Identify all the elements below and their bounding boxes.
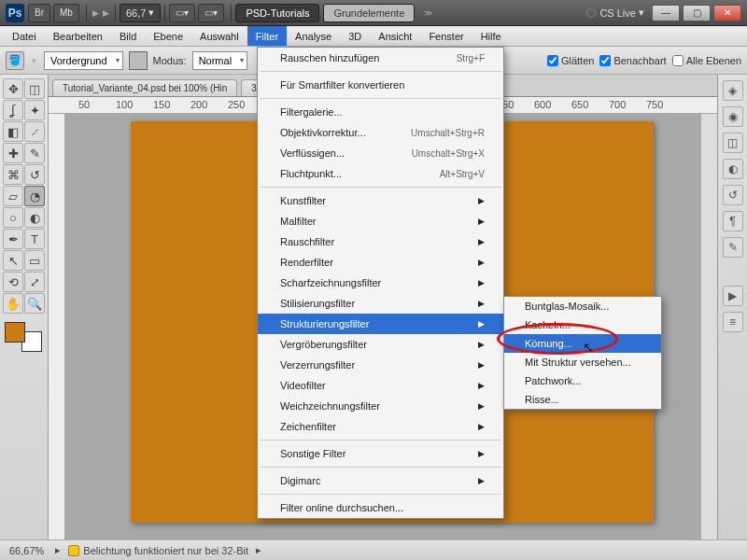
layers-panel-icon[interactable]: ◈	[723, 80, 743, 101]
menu-datei[interactable]: Datei	[4, 26, 45, 46]
submenu-buntglas[interactable]: Buntglas-Mosaik...	[504, 297, 661, 315]
menu-ansicht[interactable]: Ansicht	[370, 26, 420, 46]
submenu-kacheln[interactable]: Kacheln...	[504, 315, 661, 334]
menu-item-other[interactable]: Sonstige Filter▶	[258, 443, 503, 464]
type-tool[interactable]: T	[24, 229, 45, 249]
paths-panel-icon[interactable]: ◫	[723, 133, 743, 153]
bucket-tool-icon[interactable]: 🪣	[6, 51, 24, 70]
bucket-tool[interactable]: ◔	[24, 186, 45, 206]
window-minimize[interactable]: —	[652, 5, 680, 21]
lasso-tool[interactable]: ʆ	[3, 100, 23, 120]
pen-tool[interactable]: ✒	[3, 229, 23, 249]
menu-ebene[interactable]: Ebene	[145, 26, 191, 46]
marquee-tool[interactable]: ◫	[24, 78, 45, 99]
screen-mode-button[interactable]: ▭▾	[198, 4, 224, 22]
menu-bearbeiten[interactable]: Bearbeiten	[45, 26, 111, 46]
submenu-patchwork[interactable]: Patchwork...	[504, 371, 661, 390]
menu-item-texture[interactable]: Strukturierungsfilter▶	[258, 314, 503, 334]
color-swatches[interactable]	[3, 320, 44, 354]
status-zoom[interactable]: 66,67%	[6, 545, 48, 556]
menu-item-last-filter[interactable]: Rauschen hinzufügenStrg+F	[258, 48, 503, 68]
menu-item-sharpen[interactable]: Scharfzeichnungsfilter▶	[258, 273, 503, 293]
3d-tool[interactable]: ⟲	[3, 272, 23, 292]
menu-analyse[interactable]: Analyse	[287, 26, 340, 46]
scrollbar-vertical[interactable]	[700, 114, 717, 539]
adjustments-panel-icon[interactable]: ◐	[723, 159, 743, 179]
character-panel-icon[interactable]: ¶	[723, 211, 743, 231]
info-panel-icon[interactable]: ≡	[723, 312, 743, 332]
window-close[interactable]: ✕	[713, 5, 741, 21]
menu-item-pixelate[interactable]: Vergröberungsfilter▶	[258, 334, 503, 355]
mode-label: Modus:	[153, 55, 187, 66]
menu-item-distort[interactable]: Verzerrungsfilter▶	[258, 355, 503, 375]
window-maximize[interactable]: ▢	[683, 5, 711, 21]
menu-item-digimarc[interactable]: Digimarc▶	[258, 470, 503, 491]
status-bar: 66,67% ▸ Belichtung funktioniert nur bei…	[0, 539, 747, 560]
hand-tool[interactable]: ✋	[3, 293, 23, 314]
stamp-tool[interactable]: ⌘	[3, 164, 23, 185]
move-tool[interactable]: ✥	[3, 78, 23, 99]
menu-item-online[interactable]: Filter online durchsuchen...	[258, 497, 503, 518]
warning-icon	[68, 545, 79, 556]
zoom-tool[interactable]: 🔍	[24, 293, 45, 314]
wand-tool[interactable]: ✦	[24, 100, 45, 120]
history-panel-icon[interactable]: ↺	[723, 185, 743, 205]
path-tool[interactable]: ↖	[3, 250, 23, 271]
eraser-tool[interactable]: ▱	[3, 186, 23, 206]
menu-item-video[interactable]: Videofilter▶	[258, 375, 503, 396]
menu-fenster[interactable]: Fenster	[420, 26, 472, 46]
workspace-tab-psdtutorials[interactable]: PSD-Tutorials	[235, 4, 319, 22]
brushes-panel-icon[interactable]: ✎	[723, 237, 743, 258]
submenu-struktur[interactable]: Mit Struktur versehen...	[504, 353, 661, 371]
ruler-vertical[interactable]	[49, 114, 65, 539]
panel-dock: ◈ ◉ ◫ ◐ ↺ ¶ ✎ ▶ ≡	[717, 75, 747, 539]
channels-panel-icon[interactable]: ◉	[723, 106, 743, 127]
bridge-button[interactable]: Br	[28, 4, 50, 22]
menu-item-filtergalerie[interactable]: Filtergalerie...	[258, 102, 503, 122]
shape-tool[interactable]: ▭	[24, 250, 45, 271]
menu-item-smartfilter[interactable]: Für Smartfilter konvertieren	[258, 75, 503, 95]
workspace-tab-grundelemente[interactable]: Grundelemente	[323, 4, 415, 22]
crop-tool[interactable]: ◧	[3, 121, 23, 142]
actions-panel-icon[interactable]: ▶	[723, 286, 743, 306]
menu-auswahl[interactable]: Auswahl	[191, 26, 247, 46]
submenu-risse[interactable]: Risse...	[504, 390, 661, 409]
menu-item-sketch[interactable]: Zeichenfilter▶	[258, 416, 503, 437]
menu-item-kunstfilter[interactable]: Kunstfilter▶	[258, 190, 503, 211]
texture-submenu: Buntglas-Mosaik... Kacheln... Körnung...…	[503, 296, 662, 410]
menu-item-malfilter[interactable]: Malfilter▶	[258, 211, 503, 231]
pattern-swatch[interactable]	[129, 51, 148, 70]
fill-dropdown[interactable]: Vordergrund	[44, 51, 123, 70]
submenu-koernung[interactable]: Körnung...	[504, 334, 661, 353]
menu-bild[interactable]: Bild	[111, 26, 145, 46]
heal-tool[interactable]: ✚	[3, 143, 23, 163]
alllayers-checkbox[interactable]: Alle Ebenen	[672, 55, 741, 66]
zoom-field[interactable]: 66,7 ▾	[120, 4, 161, 22]
titlebar: Ps Br Mb ▶▶ 66,7 ▾ ▭▾ ▭▾ PSD-Tutorials G…	[0, 0, 747, 26]
menu-item-renderfilter[interactable]: Renderfilter▶	[258, 252, 503, 273]
menu-filter[interactable]: Filter	[247, 26, 287, 46]
contiguous-checkbox[interactable]: Benachbart	[599, 55, 666, 66]
menu-item-stylize[interactable]: Stilisierungsfilter▶	[258, 293, 503, 314]
history-tool[interactable]: ↺	[24, 164, 45, 185]
mode-dropdown[interactable]: Normal	[192, 51, 247, 70]
menu-item-lenscorrect[interactable]: Objektivkorrektur...Umschalt+Strg+R	[258, 122, 503, 143]
menu-3d[interactable]: 3D	[340, 26, 370, 46]
menu-item-vanishing[interactable]: Fluchtpunkt...Alt+Strg+V	[258, 163, 503, 184]
minibridge-button[interactable]: Mb	[53, 4, 79, 22]
antialias-checkbox[interactable]: Glätten	[547, 55, 594, 66]
cslive-button[interactable]: CS Live ▾	[586, 7, 644, 19]
view-mode-button[interactable]: ▭▾	[169, 4, 195, 22]
document-tab-1[interactable]: Tutorial_Variante_04.psd bei 100% (Hin	[52, 79, 237, 96]
menu-hilfe[interactable]: Hilfe	[472, 26, 510, 46]
status-warning: Belichtung funktioniert nur bei 32-Bit	[68, 545, 248, 556]
brush-tool[interactable]: ✎	[24, 143, 45, 163]
camera-tool[interactable]: ⤢	[24, 272, 45, 292]
eyedropper-tool[interactable]: ⟋	[24, 121, 45, 142]
menu-item-rauschfilter[interactable]: Rauschfilter▶	[258, 231, 503, 252]
menubar: Datei Bearbeiten Bild Ebene Auswahl Filt…	[0, 26, 747, 47]
menu-item-blur[interactable]: Weichzeichnungsfilter▶	[258, 396, 503, 416]
menu-item-liquify[interactable]: Verflüssigen...Umschalt+Strg+X	[258, 143, 503, 163]
blur-tool[interactable]: ○	[3, 207, 23, 228]
dodge-tool[interactable]: ◐	[24, 207, 45, 228]
